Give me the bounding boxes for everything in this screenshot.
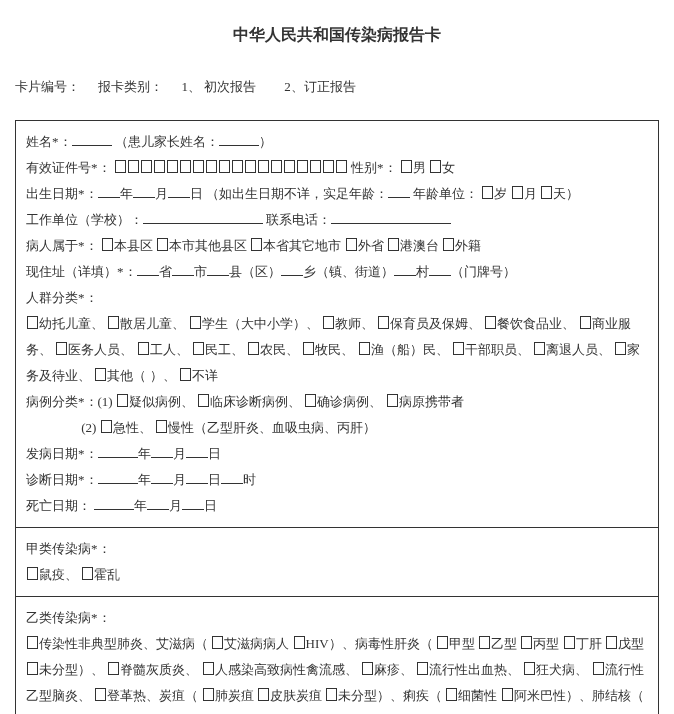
document-title: 中华人民共和国传染病报告卡: [15, 20, 659, 50]
id-box[interactable]: [115, 160, 126, 173]
belong-label: 病人属于*：: [26, 238, 98, 253]
report-type-label: 报卡类别：: [98, 79, 163, 94]
section-class-b: 乙类传染病*： 传染性非典型肺炎、艾滋病（ 艾滋病病人 HIV）、病毒性肝炎（ …: [16, 597, 658, 714]
report-type-opt2: 2、订正报告: [284, 79, 356, 94]
section-class-a: 甲类传染病*： 鼠疫、 霍乱: [16, 528, 658, 597]
form-container: 姓名*： （患儿家长姓名：） 有效证件号*： 性别*： 男 女 出生日期*：年月…: [15, 120, 659, 714]
onset-label: 发病日期*：: [26, 446, 98, 461]
parent-input[interactable]: [219, 131, 259, 146]
header-line: 卡片编号： 报卡类别： 1、 初次报告 2、订正报告: [15, 75, 659, 100]
addr-label: 现住址（详填）*：: [26, 264, 137, 279]
sex-female-cb[interactable]: [430, 160, 441, 173]
case-label: 病例分类*：(1): [26, 394, 113, 409]
sex-male-cb[interactable]: [401, 160, 412, 173]
death-label: 死亡日期：: [26, 498, 94, 513]
name-label: 姓名*：: [26, 134, 72, 149]
workunit-label: 工作单位（学校）：: [26, 212, 143, 227]
class-a-label: 甲类传染病*：: [26, 541, 111, 556]
class-b-label: 乙类传染病*：: [26, 610, 111, 625]
group-label: 人群分类*：: [26, 290, 98, 305]
card-no-label: 卡片编号：: [15, 79, 80, 94]
sex-label: 性别*：: [351, 160, 397, 175]
birth-label: 出生日期*：: [26, 186, 98, 201]
id-label: 有效证件号*：: [26, 160, 111, 175]
phone-input[interactable]: [331, 209, 451, 224]
workunit-input[interactable]: [143, 209, 263, 224]
phone-label: 联系电话：: [266, 212, 331, 227]
name-input[interactable]: [72, 131, 112, 146]
report-type-opt1: 1、 初次报告: [182, 79, 257, 94]
child-parent-label: （患儿家长姓名：: [115, 134, 219, 149]
diag-label: 诊断日期*：: [26, 472, 98, 487]
section-basic: 姓名*： （患儿家长姓名：） 有效证件号*： 性别*： 男 女 出生日期*：年月…: [16, 121, 658, 528]
